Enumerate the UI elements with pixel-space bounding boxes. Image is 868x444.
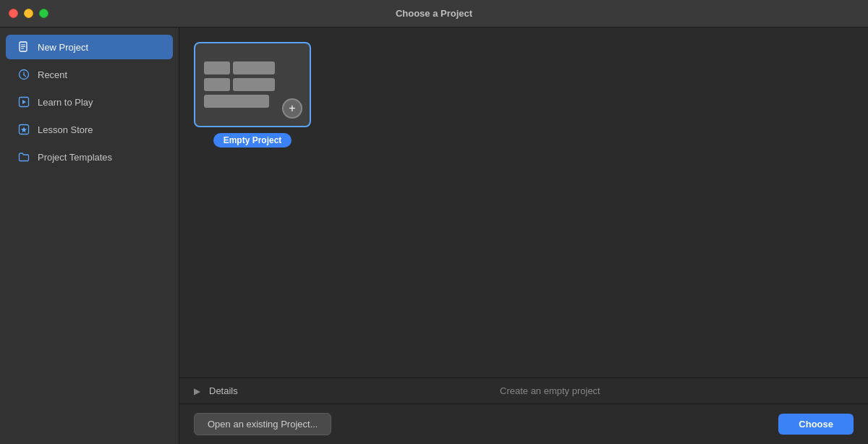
- sidebar-item-project-templates[interactable]: Project Templates: [6, 145, 173, 169]
- sidebar-item-learn-to-play-label: Learn to Play: [38, 97, 93, 108]
- svg-marker-10: [21, 127, 27, 133]
- open-existing-button[interactable]: Open an existing Project...: [194, 413, 331, 435]
- details-row: ▶ Details Create an empty project: [179, 378, 868, 404]
- svg-marker-8: [22, 100, 26, 104]
- right-panel: + Empty Project ▶ Details Create an empt…: [179, 27, 868, 444]
- sidebar-item-project-templates-label: Project Templates: [38, 152, 112, 163]
- sidebar-item-new-project[interactable]: New Project: [6, 35, 173, 59]
- template-label-empty-project: Empty Project: [213, 133, 292, 148]
- plus-button: +: [282, 98, 302, 119]
- track-row-1: [204, 61, 301, 74]
- close-button[interactable]: [9, 9, 18, 18]
- track-block: [233, 78, 275, 91]
- sidebar-item-new-project-label: New Project: [38, 42, 88, 53]
- sidebar-item-recent[interactable]: Recent: [6, 62, 173, 87]
- doc-icon: [17, 40, 30, 54]
- track-block: [204, 95, 269, 108]
- title-bar: Choose a Project: [0, 0, 868, 27]
- maximize-button[interactable]: [39, 9, 48, 18]
- template-thumbnail-empty-project: +: [194, 42, 311, 127]
- star-square-icon: [17, 123, 30, 136]
- sidebar-item-lesson-store-label: Lesson Store: [38, 124, 93, 135]
- template-item-empty-project[interactable]: + Empty Project: [194, 42, 311, 148]
- track-block: [204, 78, 230, 91]
- details-label: Details: [209, 385, 238, 396]
- details-description: Create an empty project: [247, 385, 854, 396]
- track-block: [233, 61, 275, 74]
- svg-line-6: [24, 75, 26, 77]
- play-square-icon: [17, 95, 30, 108]
- track-row-2: [204, 78, 301, 91]
- window-title: Choose a Project: [396, 8, 472, 19]
- sidebar-item-learn-to-play[interactable]: Learn to Play: [6, 90, 173, 114]
- action-row: Open an existing Project... Choose: [179, 404, 868, 444]
- folder-icon: [17, 150, 30, 163]
- clock-icon: [17, 68, 30, 81]
- traffic-lights: [9, 9, 48, 18]
- template-grid: + Empty Project: [194, 42, 854, 148]
- sidebar-item-recent-label: Recent: [38, 69, 67, 80]
- track-block: [204, 61, 230, 74]
- bottom-bar: ▶ Details Create an empty project Open a…: [179, 377, 868, 444]
- sidebar-item-lesson-store[interactable]: Lesson Store: [6, 117, 173, 142]
- choose-button[interactable]: Choose: [778, 414, 854, 435]
- sidebar: New Project Recent Learn to Play: [0, 27, 179, 444]
- chevron-right-icon: ▶: [194, 386, 200, 396]
- content-area: + Empty Project: [179, 27, 868, 377]
- main-content: New Project Recent Learn to Play: [0, 27, 868, 444]
- minimize-button[interactable]: [24, 9, 33, 18]
